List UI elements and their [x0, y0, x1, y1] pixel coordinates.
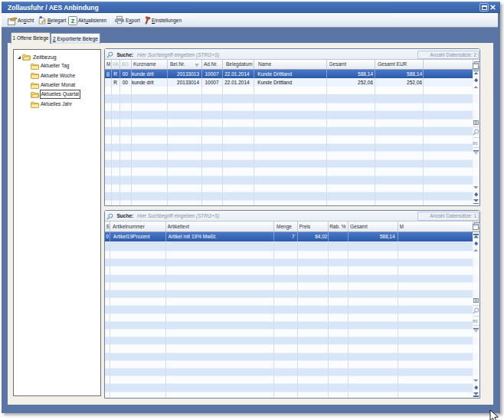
svg-text:z: z	[71, 17, 75, 25]
